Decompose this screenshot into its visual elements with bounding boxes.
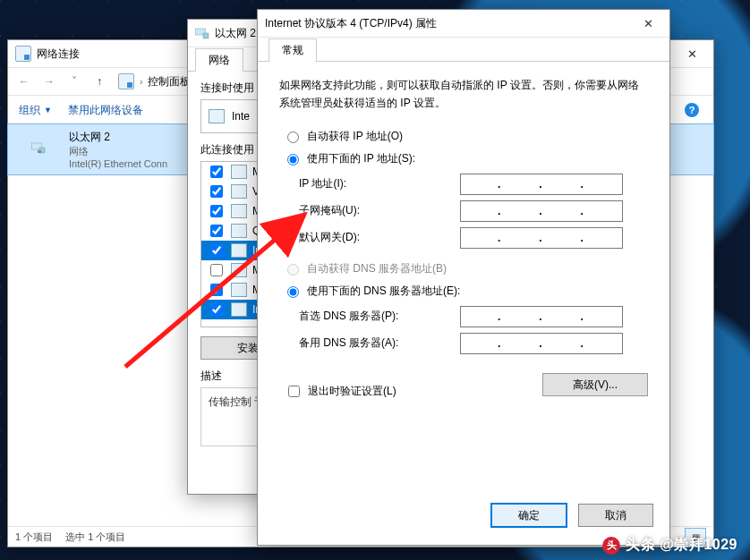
nav-recent-button[interactable]: ˅ — [64, 71, 85, 92]
status-selected-count: 选中 1 个项目 — [65, 530, 125, 544]
network-icon — [15, 46, 31, 62]
gateway-input[interactable]: ... — [460, 227, 623, 249]
protocol-checkbox[interactable] — [210, 165, 223, 178]
nav-up-button[interactable]: ↑ — [89, 71, 110, 92]
protocol-checkbox[interactable] — [210, 225, 223, 237]
cancel-button[interactable]: 取消 — [578, 504, 653, 527]
protocol-checkbox[interactable] — [210, 205, 223, 217]
dns1-input[interactable]: ... — [460, 306, 623, 327]
tab-general[interactable]: 常规 — [268, 38, 317, 62]
protocol-icon — [231, 204, 247, 218]
status-item-count: 1 个项目 — [15, 530, 53, 544]
protocol-icon — [231, 302, 247, 317]
ok-button[interactable]: 确定 — [490, 503, 567, 528]
protocol-checkbox[interactable] — [210, 284, 223, 296]
svg-rect-4 — [203, 33, 209, 38]
dns2-label: 备用 DNS 服务器(A): — [299, 335, 460, 351]
radio-auto-dns: 自动获得 DNS 服务器地址(B) — [283, 261, 650, 276]
protocol-icon — [231, 283, 247, 297]
protocol-checkbox[interactable] — [210, 185, 223, 198]
help-button[interactable]: ? — [681, 99, 703, 121]
breadcrumb[interactable]: 控制面板 — [148, 74, 191, 89]
ipv4-title: Internet 协议版本 4 (TCP/IPv4) 属性 — [265, 16, 623, 31]
dns1-label: 首选 DNS 服务器(P): — [299, 309, 460, 324]
protocol-checkbox[interactable] — [210, 244, 223, 257]
adapter-icon — [209, 109, 225, 123]
gateway-label: 默认网关(D): — [299, 230, 460, 245]
subnet-mask-input[interactable]: ... — [460, 200, 623, 222]
nav-back-button[interactable]: ← — [13, 71, 35, 92]
watermark: 头头条 @崇拜1029 — [602, 536, 737, 555]
validate-on-exit-checkbox[interactable]: 退出时验证设置(L) — [285, 383, 396, 400]
organize-menu[interactable]: 组织 ▼ — [19, 103, 52, 118]
close-button[interactable]: ✕ — [672, 41, 712, 66]
ethernet-icon — [195, 26, 209, 40]
protocol-checkbox[interactable] — [210, 264, 223, 276]
protocol-icon — [231, 224, 247, 238]
protocol-icon — [231, 243, 247, 258]
close-button[interactable]: ✕ — [628, 11, 668, 36]
disable-device-button[interactable]: 禁用此网络设备 — [68, 103, 143, 118]
tab-network[interactable]: 网络 — [195, 48, 243, 72]
protocol-checkbox[interactable] — [210, 303, 223, 316]
adapter-device: Intel(R) Ethernet Conn — [69, 158, 167, 169]
chevron-right-icon: › — [140, 77, 142, 87]
ip-address-label: IP 地址(I): — [299, 176, 460, 191]
ipv4-titlebar: Internet 协议版本 4 (TCP/IPv4) 属性 ✕ — [258, 10, 669, 38]
radio-auto-ip[interactable]: 自动获得 IP 地址(O) — [283, 129, 650, 144]
subnet-mask-label: 子网掩码(U): — [299, 203, 460, 218]
radio-manual-dns[interactable]: 使用下面的 DNS 服务器地址(E): — [283, 284, 650, 299]
network-icon — [118, 73, 134, 89]
protocol-icon — [231, 184, 247, 199]
nav-forward-button[interactable]: → — [38, 71, 60, 92]
dns2-input[interactable]: ... — [460, 333, 623, 354]
ethernet-adapter-icon — [17, 130, 60, 165]
protocol-icon — [231, 263, 247, 277]
ipv4-info-text: 如果网络支持此功能，则可以获取自动指派的 IP 设置。否则，你需要从网络系统管理… — [279, 76, 648, 113]
adapter-status: 网络 — [69, 145, 167, 158]
ip-address-input[interactable]: ... — [460, 174, 623, 195]
protocol-icon — [231, 165, 247, 179]
adapter-name: 以太网 2 — [69, 130, 167, 145]
radio-manual-ip[interactable]: 使用下面的 IP 地址(S): — [283, 151, 650, 166]
advanced-button[interactable]: 高级(V)... — [542, 373, 648, 396]
svg-rect-2 — [38, 150, 41, 153]
